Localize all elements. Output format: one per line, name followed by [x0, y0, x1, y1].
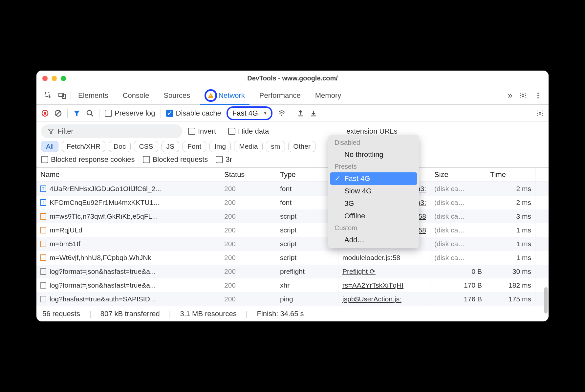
request-size: (disk ca…: [430, 223, 486, 237]
tab-label: Sources: [163, 91, 190, 100]
request-time: 1 ms: [486, 237, 535, 251]
script-file-icon: [40, 254, 46, 261]
request-status: 200: [220, 182, 276, 196]
requests-table: NameStatusTypeSizeTime 4UaRrENHsxJlGDuGo…: [36, 167, 549, 306]
request-size: (disk ca…: [430, 209, 486, 223]
table-row[interactable]: m=Wt6vjf,hhhU8,FCpbqb,WhJNk200scriptmodu…: [36, 251, 549, 265]
filter-input[interactable]: Filter: [41, 124, 182, 138]
throttling-select[interactable]: Fast 4G: [227, 106, 272, 120]
preserve-log-checkbox[interactable]: Preserve log: [105, 109, 155, 118]
tab-sources[interactable]: Sources: [156, 86, 197, 105]
settings-gear-icon[interactable]: [519, 92, 527, 99]
request-initiator[interactable]: 58: [419, 226, 426, 234]
type-pill-css[interactable]: CSS: [134, 141, 158, 152]
minimize-window-button[interactable]: [52, 76, 57, 81]
preserve-log-label: Preserve log: [115, 109, 155, 118]
type-pill-js[interactable]: JS: [162, 141, 180, 152]
hide-data-urls-checkbox[interactable]: Hide data: [228, 127, 269, 136]
third-party-label: 3r: [226, 155, 232, 164]
more-tabs-icon[interactable]: »: [505, 90, 516, 100]
svg-point-5: [522, 95, 524, 97]
column-header[interactable]: Status: [220, 168, 276, 182]
type-pill-sm[interactable]: sm: [266, 141, 285, 152]
titlebar: DevTools - www.google.com/: [36, 71, 549, 86]
throttling-dropdown[interactable]: DisabledNo throttlingPresetsFast 4GSlow …: [328, 135, 419, 248]
divider: [222, 127, 222, 136]
script-file-icon: [40, 241, 46, 247]
invert-checkbox[interactable]: Invert: [188, 127, 216, 136]
font-file-icon: [40, 185, 46, 192]
column-header[interactable]: Time: [486, 168, 535, 182]
import-har-icon[interactable]: [310, 109, 317, 117]
third-party-checkbox[interactable]: 3r: [216, 155, 232, 164]
network-settings-gear-icon[interactable]: [536, 109, 544, 117]
request-time: 30 ms: [486, 265, 535, 278]
request-time: 1 ms: [486, 251, 535, 265]
kebab-menu-icon[interactable]: [534, 92, 542, 99]
request-initiator[interactable]: Preflight ⟳: [342, 268, 376, 275]
request-type-filter: AllFetch/XHRDocCSSJSFontImgMediasmOther: [41, 141, 544, 152]
inspect-element-icon[interactable]: [44, 92, 52, 99]
type-pill-other[interactable]: Other: [288, 141, 315, 152]
dropdown-item-fast-4g[interactable]: Fast 4G: [330, 172, 417, 185]
request-initiator[interactable]: jspb$UserAction.js:: [342, 295, 401, 303]
scrollbar-thumb[interactable]: [544, 287, 548, 314]
table-row[interactable]: log?hasfast=true&auth=SAPISID...200pingj…: [36, 292, 549, 306]
request-size: (disk ca…: [430, 182, 486, 196]
request-size: (disk ca…: [430, 251, 486, 265]
network-toolbar: Preserve log ✓ Disable cache Fast 4G: [36, 105, 549, 122]
column-header[interactable]: Size: [430, 168, 486, 182]
request-initiator[interactable]: moduleloader.js:58: [342, 254, 400, 262]
tab-elements[interactable]: Elements: [71, 86, 116, 105]
type-pill-fetchxhr[interactable]: Fetch/XHR: [62, 141, 105, 152]
table-row[interactable]: m=RqjULd200script58(disk ca…1 ms: [36, 223, 549, 237]
close-window-button[interactable]: [42, 76, 48, 81]
status-resources: 3.1 MB resources: [180, 310, 236, 318]
table-row[interactable]: 4UaRrENHsxJlGDuGo1OIlJfC6l_2...200fontn3…: [36, 182, 549, 196]
dropdown-item-no-throttling[interactable]: No throttling: [330, 148, 417, 161]
type-pill-all[interactable]: All: [41, 141, 58, 152]
dropdown-item-slow-4g[interactable]: Slow 4G: [330, 185, 417, 197]
type-pill-doc[interactable]: Doc: [109, 141, 131, 152]
dropdown-item-offline[interactable]: Offline: [330, 210, 417, 222]
network-conditions-icon[interactable]: [278, 109, 286, 117]
request-name: m=ws9Tlc,n73qwf,GkRiKb,e5qFL...: [50, 212, 158, 220]
dropdown-item-3g[interactable]: 3G: [330, 197, 417, 210]
disable-cache-checkbox[interactable]: ✓ Disable cache: [166, 109, 221, 118]
request-size: 176 B: [430, 292, 486, 306]
device-toolbar-icon[interactable]: [58, 92, 66, 99]
request-initiator[interactable]: 58: [419, 212, 426, 220]
table-row[interactable]: log?format=json&hasfast=true&a...200xhrr…: [36, 278, 549, 292]
request-status: 200: [220, 209, 276, 223]
request-initiator[interactable]: rs=AA2YrTskXiTqHI: [342, 281, 403, 289]
maximize-window-button[interactable]: [61, 76, 66, 81]
search-icon[interactable]: [86, 109, 94, 117]
record-button[interactable]: [41, 109, 49, 117]
table-row[interactable]: KFOmCnqEu92Fr1Mu4mxKKTU1...200fontn3:(di…: [36, 196, 549, 209]
doc-file-icon: [40, 282, 46, 289]
type-pill-media[interactable]: Media: [234, 141, 263, 152]
filter-toggle-icon[interactable]: [73, 109, 81, 117]
dropdown-group-label: Disabled: [330, 137, 417, 148]
svg-point-18: [539, 112, 541, 114]
table-row[interactable]: log?format=json&hasfast=true&a...200pref…: [36, 265, 549, 278]
clear-button[interactable]: [54, 109, 62, 117]
dropdown-item-add-[interactable]: Add…: [330, 234, 417, 246]
type-pill-font[interactable]: Font: [183, 141, 206, 152]
tab-label: Elements: [78, 91, 108, 100]
script-file-icon: [40, 213, 46, 220]
column-header[interactable]: Name: [36, 168, 220, 182]
divider: [161, 109, 161, 118]
tab-network[interactable]: Network: [197, 86, 252, 105]
request-name: log?hasfast=true&auth=SAPISID...: [50, 295, 156, 303]
table-row[interactable]: m=ws9Tlc,n73qwf,GkRiKb,e5qFL...200script…: [36, 209, 549, 223]
table-row[interactable]: m=bm51tf200scriptmoduleloader.js:58(disk…: [36, 237, 549, 251]
blocked-response-cookies-checkbox[interactable]: Blocked response cookies: [41, 155, 135, 164]
funnel-icon: [48, 128, 54, 135]
type-pill-img[interactable]: Img: [209, 141, 231, 152]
tab-performance[interactable]: Performance: [252, 86, 308, 105]
tab-console[interactable]: Console: [116, 86, 157, 105]
export-har-icon[interactable]: [296, 109, 304, 117]
tab-memory[interactable]: Memory: [308, 86, 348, 105]
blocked-requests-checkbox[interactable]: Blocked requests: [143, 155, 208, 164]
